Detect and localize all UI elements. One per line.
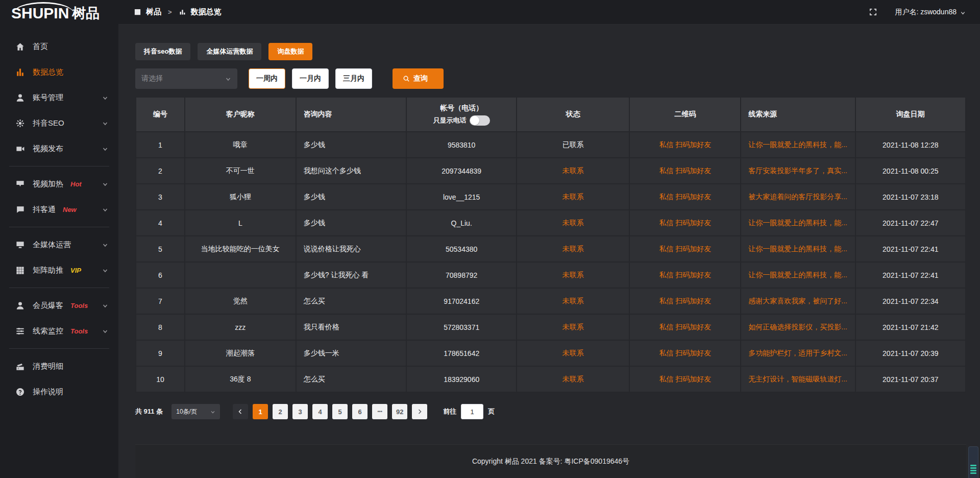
copyright-text: Copyright 树品 2021 备案号: 粤ICP备09019646号 <box>472 457 629 466</box>
user-menu[interactable]: 用户名: zswodun88 <box>895 8 966 17</box>
inquiry-table: 编号 客户昵称 咨询内容 帐号（电话） 只显示电话 <box>135 97 966 393</box>
sidebar-item-label: 线索监控 <box>33 326 63 336</box>
page-button-2[interactable]: 2 <box>273 404 288 419</box>
cell-qrcode[interactable]: 私信 扫码加好友 <box>629 314 741 340</box>
sidebar-divider <box>9 288 109 288</box>
chevron-down-icon <box>102 181 108 187</box>
sidebar-item-chart[interactable]: 数据总览 <box>0 59 118 85</box>
sidebar-item-label: 账号管理 <box>33 93 63 103</box>
sidebar-item-gear[interactable]: 抖音SEO <box>0 110 118 136</box>
cell-date: 2021-11-07 23:18 <box>855 184 966 210</box>
cell-nickname: 潮起潮落 <box>185 340 296 366</box>
home-icon <box>15 42 25 52</box>
page-button-5[interactable]: 5 <box>332 404 348 419</box>
total-count-label: 共 911 条 <box>135 407 163 416</box>
sidebar-item-sliders[interactable]: 线索监控Tools <box>0 318 118 344</box>
cell-nickname: 狐小狸 <box>185 184 296 210</box>
sidebar-item-chat[interactable]: 抖客通New <box>0 197 118 222</box>
cell-id: 9 <box>136 340 185 366</box>
sidebar-item-user[interactable]: 账号管理 <box>0 85 118 110</box>
query-button[interactable]: 查询 <box>393 68 444 89</box>
sidebar-item-label: 数据总览 <box>33 67 63 77</box>
table-header-row: 编号 客户昵称 咨询内容 帐号（电话） 只显示电话 <box>136 97 966 132</box>
search-icon <box>403 75 410 82</box>
tab-button-0[interactable]: 抖音seo数据 <box>135 43 190 60</box>
chevron-right-icon <box>416 409 423 415</box>
cell-qrcode[interactable]: 私信 扫码加好友 <box>629 236 741 262</box>
page-ellipsis-button[interactable]: ••• <box>372 404 387 419</box>
cell-id: 4 <box>136 210 185 236</box>
header-id: 编号 <box>136 97 185 132</box>
cell-status: 未联系 <box>517 158 629 184</box>
sidebar-item-video[interactable]: 视频发布 <box>0 136 118 161</box>
range-button-1[interactable]: 一月内 <box>292 68 329 89</box>
cell-source[interactable]: 客厅安装投影半年多了，真实... <box>741 158 855 184</box>
topbar-right: 用户名: zswodun88 <box>869 8 966 17</box>
cell-nickname: 觉然 <box>185 288 296 314</box>
sidebar-item-monitor[interactable]: 全媒体运营 <box>0 232 118 257</box>
gear-icon <box>15 118 25 128</box>
tab-button-1[interactable]: 全媒体运营数据 <box>198 43 261 60</box>
sidebar-item-label: 操作说明 <box>33 387 63 397</box>
goto-page-input[interactable] <box>461 404 483 419</box>
cell-source[interactable]: 让你一眼就爱上的黑科技，能... <box>741 210 855 236</box>
cell-source[interactable]: 多功能护栏灯，适用于乡村文... <box>741 340 855 366</box>
cell-id: 8 <box>136 314 185 340</box>
cell-nickname: zzz <box>185 314 296 340</box>
cell-qrcode[interactable]: 私信 扫码加好友 <box>629 132 741 158</box>
cell-source[interactable]: 无主灯设计，智能磁吸轨道灯... <box>741 366 855 392</box>
page-button-6[interactable]: 6 <box>352 404 368 419</box>
cell-inquiry: 多少钱? 让我死心 看 <box>296 262 406 288</box>
tab-button-2[interactable]: 询盘数据 <box>268 43 312 60</box>
prev-page-button[interactable] <box>233 404 248 419</box>
page-button-3[interactable]: 3 <box>292 404 308 419</box>
cell-source[interactable]: 让你一眼就爱上的黑科技，能... <box>741 236 855 262</box>
cell-qrcode[interactable]: 私信 扫码加好友 <box>629 184 741 210</box>
sidebar-item-home[interactable]: 首页 <box>0 34 118 59</box>
phone-only-toggle[interactable] <box>470 115 490 126</box>
table-row: 8zzz我只看价格572803371未联系私信 扫码加好友如何正确选择投影仪，买… <box>136 314 966 340</box>
sidebar-item-expense[interactable]: 消费明细 <box>0 353 118 379</box>
cell-qrcode[interactable]: 私信 扫码加好友 <box>629 262 741 288</box>
range-button-2[interactable]: 三月内 <box>335 68 372 89</box>
cell-status: 已联系 <box>517 132 629 158</box>
page-button-4[interactable]: 4 <box>312 404 328 419</box>
cell-source[interactable]: 感谢大家喜欢我家，被问了好... <box>741 288 855 314</box>
breadcrumb-home[interactable]: 树品 <box>146 7 161 17</box>
cell-id: 6 <box>136 262 185 288</box>
sidebar-item-heat[interactable]: 视频加热Hot <box>0 171 118 197</box>
cell-status: 未联系 <box>517 184 629 210</box>
cell-id: 7 <box>136 288 185 314</box>
cell-nickname <box>185 262 296 288</box>
cell-qrcode[interactable]: 私信 扫码加好友 <box>629 288 741 314</box>
cell-source[interactable]: 被大家追着问的客厅投影分享... <box>741 184 855 210</box>
content-area: 抖音seo数据全媒体运营数据询盘数据 请选择 一周内一月内三月内 查询 <box>118 25 980 478</box>
video-icon <box>15 144 25 154</box>
cell-source[interactable]: 让你一眼就爱上的黑科技，能... <box>741 262 855 288</box>
range-button-0[interactable]: 一周内 <box>249 68 285 89</box>
filter-row: 请选择 一周内一月内三月内 查询 <box>135 68 966 89</box>
sidebar-item-grid[interactable]: 矩阵助推VIP <box>0 257 118 283</box>
sidebar-item-member[interactable]: 会员爆客Tools <box>0 293 118 318</box>
bar-chart-icon <box>179 8 186 16</box>
cell-source[interactable]: 让你一眼就爱上的黑科技，能... <box>741 132 855 158</box>
cell-date: 2021-11-07 21:42 <box>855 314 966 340</box>
cell-qrcode[interactable]: 私信 扫码加好友 <box>629 158 741 184</box>
cell-date: 2021-11-08 00:25 <box>855 158 966 184</box>
next-page-button[interactable] <box>412 404 427 419</box>
cell-source[interactable]: 如何正确选择投影仪，买投影... <box>741 314 855 340</box>
cell-qrcode[interactable]: 私信 扫码加好友 <box>629 210 741 236</box>
page-button-1[interactable]: 1 <box>253 404 268 419</box>
account-select[interactable]: 请选择 <box>135 68 237 89</box>
page-size-select[interactable]: 10条/页 <box>172 404 220 419</box>
cell-qrcode[interactable]: 私信 扫码加好友 <box>629 340 741 366</box>
corner-chat-widget[interactable] <box>968 446 978 478</box>
fullscreen-icon[interactable] <box>869 8 877 16</box>
page-number-list: 123456•••92 <box>253 404 407 419</box>
cell-qrcode[interactable]: 私信 扫码加好友 <box>629 366 741 392</box>
cell-date: 2021-11-07 20:39 <box>855 340 966 366</box>
header-qrcode: 二维码 <box>629 97 741 132</box>
page-button-92[interactable]: 92 <box>392 404 407 419</box>
cell-nickname: L <box>185 210 296 236</box>
sidebar-item-help[interactable]: 操作说明 <box>0 379 118 404</box>
